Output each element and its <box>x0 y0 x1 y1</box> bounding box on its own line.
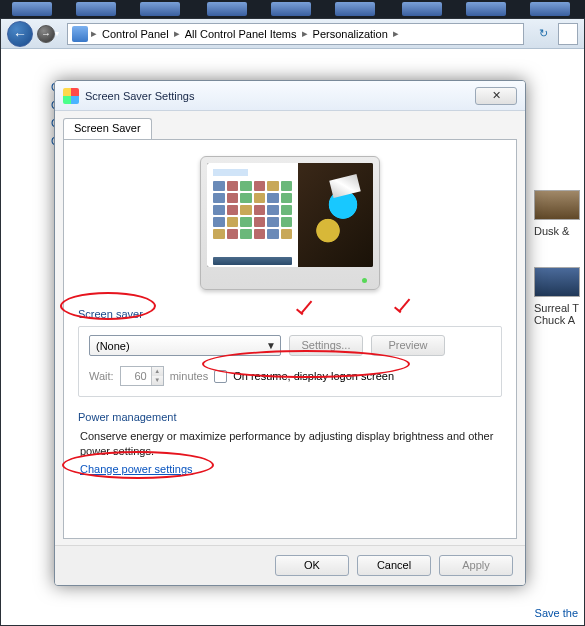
control-panel-icon <box>72 26 88 42</box>
preview-button[interactable]: Preview <box>371 335 445 356</box>
annotation-checkmark <box>394 296 416 312</box>
wait-spinner[interactable]: ▲ ▼ <box>120 366 164 386</box>
explorer-navbar: ← → ▾ ▸ Control Panel ▸ All Control Pane… <box>1 19 584 49</box>
desktop-icons <box>0 0 585 18</box>
tab-screen-saver[interactable]: Screen Saver <box>63 118 152 140</box>
theme-thumbs: Dusk & Surreal T Chuck A <box>534 187 584 326</box>
screen-saver-dialog: Screen Saver Settings ✕ Screen Saver <box>54 80 526 586</box>
breadcrumb-item[interactable]: Control Panel <box>100 28 171 40</box>
dialog-title: Screen Saver Settings <box>85 90 194 102</box>
dialog-button-row: OK Cancel Apply <box>55 545 525 585</box>
crumb-sep-icon: ▸ <box>91 27 97 40</box>
annotation-circle <box>62 451 214 479</box>
breadcrumb-item[interactable]: All Control Panel Items <box>183 28 299 40</box>
theme-thumb[interactable] <box>534 190 580 220</box>
screensaver-combo-value: (None) <box>96 340 130 352</box>
forward-arrow-icon: → <box>41 29 51 39</box>
group-label-power: Power management <box>78 411 502 423</box>
wait-label: Wait: <box>89 370 114 382</box>
breadcrumb-item[interactable]: Personalization <box>311 28 390 40</box>
crumb-sep-icon: ▸ <box>174 27 180 40</box>
nav-forward-button[interactable]: → <box>37 25 55 43</box>
spin-down-icon[interactable]: ▼ <box>152 376 163 385</box>
screen-saver-icon <box>63 88 79 104</box>
wait-unit: minutes <box>170 370 209 382</box>
wait-input[interactable] <box>121 367 151 385</box>
theme-label: Surreal T <box>534 302 584 314</box>
theme-label: Chuck A <box>534 314 584 326</box>
chevron-down-icon[interactable]: ▾ <box>55 29 59 38</box>
search-box[interactable] <box>558 23 578 45</box>
annotation-circle <box>202 350 410 378</box>
refresh-icon: ↻ <box>539 27 548 40</box>
save-theme-link[interactable]: Save the <box>535 607 578 619</box>
crumb-sep-icon: ▸ <box>393 27 399 40</box>
apply-button[interactable]: Apply <box>439 555 513 576</box>
spin-up-icon[interactable]: ▲ <box>152 367 163 376</box>
close-icon: ✕ <box>492 89 501 102</box>
nav-back-button[interactable]: ← <box>7 21 33 47</box>
ok-button[interactable]: OK <box>275 555 349 576</box>
annotation-circle <box>60 292 156 320</box>
tab-panel: Screen saver (None) ▼ Settings... Previe… <box>63 139 517 539</box>
cancel-button[interactable]: Cancel <box>357 555 431 576</box>
close-button[interactable]: ✕ <box>475 87 517 105</box>
theme-label: Dusk & <box>534 225 584 237</box>
tab-label: Screen Saver <box>74 122 141 134</box>
theme-thumb[interactable] <box>534 267 580 297</box>
monitor-preview <box>200 156 380 290</box>
chevron-down-icon: ▼ <box>266 340 276 351</box>
power-led-icon <box>362 278 367 283</box>
annotation-checkmark <box>296 298 318 314</box>
dialog-titlebar: Screen Saver Settings ✕ <box>55 81 525 111</box>
address-bar[interactable]: ▸ Control Panel ▸ All Control Panel Item… <box>67 23 524 45</box>
crumb-sep-icon: ▸ <box>302 27 308 40</box>
back-arrow-icon: ← <box>13 27 27 41</box>
refresh-button[interactable]: ↻ <box>532 23 554 45</box>
